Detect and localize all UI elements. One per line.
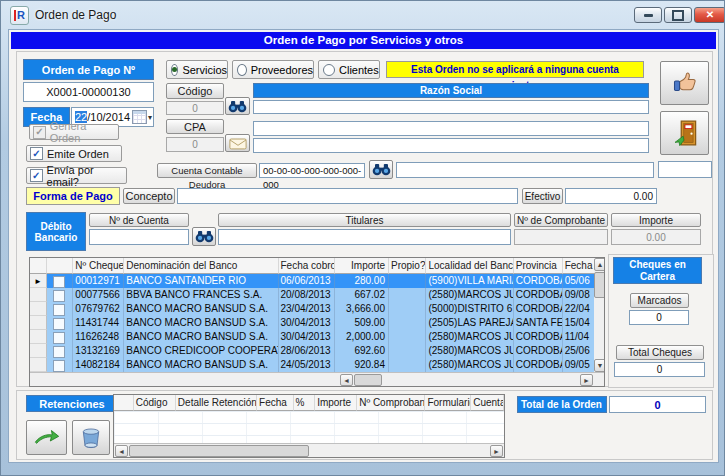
maximize-icon [672,10,684,21]
retenciones-grid[interactable]: CódigoDetalle RetenciónFecha%ImporteNº C… [113,394,505,458]
cuenta-contable-numero-field[interactable]: 00-00-00-000-000-000-000 [259,163,365,178]
maximize-button[interactable] [664,7,692,23]
envia-email-checkbox[interactable]: Envía por email? [26,167,127,184]
scroll-right-icon[interactable] [580,374,593,386]
comprobante-header[interactable]: Nº de Comprobante [514,213,608,227]
orden-de-pago-window: Orden de Pago ✕ Orden de Pago por Servic… [0,0,725,476]
cell-localidad: (5900)VILLA MARIA [426,274,513,288]
cheque-row[interactable]: 00077566BBVA BANCO FRANCES S.A.20/08/201… [30,288,604,302]
cell-importe: 667.02 [335,288,389,302]
aplicar-retencion-button[interactable] [26,420,67,455]
cheque-row[interactable]: 11431744BANCO MACRO BANSUD S.A.30/04/201… [30,316,604,330]
total-cheques-button[interactable]: Total Cheques [616,345,704,360]
cell-propio [389,358,426,372]
minimize-button[interactable] [634,7,662,23]
cheque-row[interactable]: 11626248BANCO MACRO BANSUD S.A.30/04/201… [30,330,604,344]
row-checkbox-cell[interactable] [47,302,73,316]
importe-header[interactable]: Importe [611,213,701,227]
row-checkbox-cell[interactable] [47,344,73,358]
radio-proveedores[interactable]: Proveedores [232,60,314,79]
horizontal-scroll-thumb[interactable] [129,445,309,457]
cell-importe: 3,666.00 [335,302,389,316]
orden-numero-field[interactable]: X0001-00000130 [23,82,154,102]
cheque-checkbox[interactable] [53,276,65,288]
enviar-email-button[interactable] [225,134,250,152]
row-selector [30,302,47,316]
cheque-checkbox[interactable] [53,346,65,358]
scroll-down-icon[interactable] [594,359,605,372]
forma-pago-label: Forma de Pago [26,187,120,205]
emite-orden-checkbox[interactable]: Emite Orden [26,145,122,162]
cheque-checkbox[interactable] [53,360,65,372]
vertical-scrollbar[interactable] [594,258,605,372]
radio-servicios[interactable]: Servicios [166,60,228,79]
retenciones-grid-body [114,411,504,443]
retenciones-horizontal-scrollbar[interactable] [114,443,504,457]
scroll-left-icon[interactable] [115,445,128,457]
razon-social-field-2[interactable] [253,121,649,136]
row-checkbox-cell[interactable] [47,316,73,330]
cheques-grid[interactable]: Nº ChequeDenominación del BancoFecha cob… [29,257,605,387]
cell-nro: 07679762 [73,302,124,316]
row-checkbox-cell[interactable] [47,288,73,302]
eliminar-retencion-button[interactable] [72,420,110,455]
trash-icon [80,426,102,450]
grid-corner-cell [30,258,47,274]
confirmar-button[interactable] [660,61,709,105]
marcados-button[interactable]: Marcados [630,293,689,308]
nro-cuenta-field[interactable] [89,229,189,245]
efectivo-field[interactable]: 0.00 [565,188,657,204]
cheque-checkbox[interactable] [53,304,65,316]
minimize-icon [644,14,653,17]
horizontal-scrollbar[interactable] [30,372,605,386]
cuenta-contable-button[interactable]: Cuenta Contable Deudora [157,163,257,178]
cheque-checkbox[interactable] [53,332,65,344]
buscar-cuenta-button[interactable] [369,160,393,179]
orden-numero-label: Orden de Pago Nº [23,59,154,80]
cheque-checkbox[interactable] [53,318,65,330]
efectivo-button[interactable]: Efectivo [522,188,563,204]
cheque-row[interactable]: 13132169BANCO CREDICOOP COOPERATIVO LIMI… [30,344,604,358]
nro-cuenta-header[interactable]: Nº de Cuenta [89,213,189,227]
radio-unselected-icon [323,64,335,76]
row-checkbox-cell[interactable] [47,330,73,344]
cell-propio [389,302,426,316]
row-checkbox-cell[interactable] [47,358,73,372]
concepto-button[interactable]: Concepto [123,188,175,204]
cheque-checkbox[interactable] [53,290,65,302]
horizontal-scroll-thumb[interactable] [354,374,382,386]
cpa-button[interactable]: CPA [166,119,224,134]
titulares-header[interactable]: Titulares [218,213,511,227]
vertical-scroll-thumb[interactable] [594,272,605,298]
titulares-field[interactable] [218,229,511,245]
row-checkbox-cell[interactable] [47,274,73,288]
close-button[interactable]: ✕ [694,7,725,23]
genera-orden-checkbox[interactable]: Genera Orden [29,124,119,140]
razon-social-field-3[interactable] [253,138,649,153]
thumbs-up-icon [670,69,700,97]
cheques-grid-body[interactable]: 00012971BANCO SANTANDER RIO06/06/2013280… [30,274,604,372]
calendar-dropdown-button[interactable]: ▾ [132,110,153,124]
buscar-cuenta-bancaria-button[interactable] [192,227,216,246]
buscar-codigo-button[interactable] [225,97,250,115]
scroll-left-icon[interactable] [340,374,353,386]
scroll-right-icon[interactable] [490,445,503,457]
scroll-up-icon[interactable] [594,258,605,271]
cell-nro: 11431744 [73,316,124,330]
concepto-field[interactable] [177,188,518,204]
cell-localidad: (2580)MARCOS JUAREZ [426,344,513,358]
column-header: Propio? [389,258,426,274]
cheque-row[interactable]: 07679762BANCO MACRO BANSUD S.A.23/04/201… [30,302,604,316]
razon-social-field-1[interactable] [253,100,649,114]
salir-button[interactable] [660,111,709,155]
auxiliar-field[interactable] [658,161,712,178]
debito-bancario-label: Débito Bancario [26,212,86,251]
cell-localidad: (2580)MARCOS JUAREZ [426,288,513,302]
cheque-row[interactable]: 14082184BANCO MACRO BANSUD S.A.24/05/201… [30,358,604,372]
radio-clientes[interactable]: Clientes [318,60,380,79]
cell-fecha_cobro: 30/04/2013 [279,316,336,330]
cuenta-contable-descripcion-field[interactable] [396,162,654,178]
row-selector [30,288,47,302]
codigo-button[interactable]: Código [166,83,224,99]
cheque-row[interactable]: 00012971BANCO SANTANDER RIO06/06/2013280… [30,274,604,288]
